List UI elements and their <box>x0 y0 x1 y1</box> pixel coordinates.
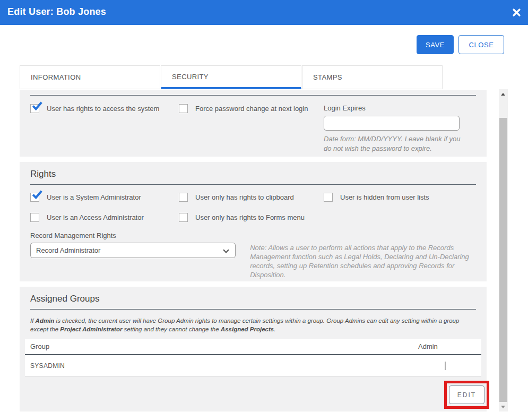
checkbox-force-password-box <box>179 104 188 113</box>
edit-button[interactable]: EDIT <box>449 385 484 404</box>
checkbox-access-admin-label: User is an Access Administrator <box>47 213 144 222</box>
highlight-annotation: EDIT <box>444 381 489 409</box>
checkbox-clipboard-rights-label: User only has rights to clipboard <box>195 193 294 202</box>
record-management-selected-value: Record Administrator <box>36 246 100 254</box>
checkbox-force-password-label: Force password change at next login <box>195 104 308 113</box>
scroll-down-icon[interactable] <box>501 406 505 408</box>
close-icon[interactable] <box>512 8 521 17</box>
assigned-groups-section: Assigned Groups If Admin is checked, the… <box>20 287 487 412</box>
dialog-title: Edit User: Bob Jones <box>7 6 106 18</box>
checkbox-forms-menu[interactable]: User only has rights to Forms menu <box>179 213 324 222</box>
record-management-note: Note: Allows a user to perform all actio… <box>250 243 476 279</box>
login-expires-label: Login Expires <box>324 104 476 112</box>
group-column-header: Group <box>25 342 418 350</box>
table-row: SYSADMIN <box>25 355 481 376</box>
group-name-cell: SYSADMIN <box>25 362 418 370</box>
tab-information[interactable]: INFORMATION <box>20 65 160 89</box>
checkbox-hidden-user[interactable]: User is hidden from user lists <box>324 193 476 202</box>
tab-stamps-label: STAMPS <box>313 73 342 81</box>
login-expires-help: Date form: MM/DD/YYYY. Leave blank if yo… <box>324 134 467 153</box>
admin-cell <box>418 362 481 370</box>
tab-bar: INFORMATION SECURITY STAMPS <box>20 65 443 89</box>
checkbox-access-admin[interactable]: User is an Access Administrator <box>30 213 179 222</box>
rights-section-heading: Rights <box>30 162 476 185</box>
tab-information-label: INFORMATION <box>31 73 81 81</box>
checkbox-force-password[interactable]: Force password change at next login <box>179 104 324 113</box>
login-section-heading: Login <box>30 90 476 96</box>
checkbox-user-access-box <box>30 104 39 113</box>
dialog-titlebar: Edit User: Bob Jones <box>0 0 528 25</box>
close-button-label: CLOSE <box>469 41 494 49</box>
save-button[interactable]: SAVE <box>417 35 454 54</box>
assigned-groups-heading: Assigned Groups <box>30 287 476 310</box>
login-expires-input[interactable] <box>324 116 460 131</box>
tab-security-label: SECURITY <box>172 73 209 81</box>
checkbox-system-admin-label: User is a System Administrator <box>47 193 141 202</box>
checkbox-system-admin[interactable]: User is a System Administrator <box>30 193 179 202</box>
checkbox-user-access[interactable]: User has rights to access the system <box>30 104 179 113</box>
scrollbar-thumb[interactable] <box>499 118 507 402</box>
scroll-up-icon[interactable] <box>501 93 505 96</box>
login-section: Login User has rights to access the syst… <box>20 90 487 157</box>
security-tab-panel: Login User has rights to access the syst… <box>0 89 499 412</box>
tab-stamps[interactable]: STAMPS <box>302 65 443 89</box>
checkbox-clipboard-rights[interactable]: User only has rights to clipboard <box>179 193 324 202</box>
checkbox-forms-menu-box <box>179 213 188 222</box>
checkbox-hidden-user-box <box>324 193 333 202</box>
rights-section: Rights User is a System Administrator Us… <box>20 162 487 281</box>
chevron-down-icon <box>223 247 229 253</box>
checkbox-system-admin-box <box>30 193 39 202</box>
record-management-label: Record Management Rights <box>30 232 476 239</box>
tab-security[interactable]: SECURITY <box>161 65 301 89</box>
checkbox-hidden-user-label: User is hidden from user lists <box>340 193 429 202</box>
checkbox-group-admin[interactable] <box>445 362 446 370</box>
vertical-scrollbar[interactable] <box>499 89 508 412</box>
edit-button-label: EDIT <box>457 391 476 399</box>
close-button[interactable]: CLOSE <box>458 35 504 54</box>
record-management-select[interactable]: Record Administrator <box>30 243 236 258</box>
checkbox-user-access-label: User has rights to access the system <box>47 104 159 113</box>
groups-table: Group Admin SYSADMIN <box>25 339 481 376</box>
admin-column-header: Admin <box>418 342 481 350</box>
groups-table-header: Group Admin <box>25 339 481 355</box>
checkbox-clipboard-rights-box <box>179 193 188 202</box>
edit-user-dialog: Edit User: Bob Jones SAVE CLOSE INFORMAT… <box>0 0 528 420</box>
checkbox-forms-menu-label: User only has rights to Forms menu <box>195 213 305 222</box>
checkbox-access-admin-box <box>30 213 39 222</box>
assigned-groups-description: If Admin is checked, the current user wi… <box>30 316 476 333</box>
save-button-label: SAVE <box>426 41 445 49</box>
